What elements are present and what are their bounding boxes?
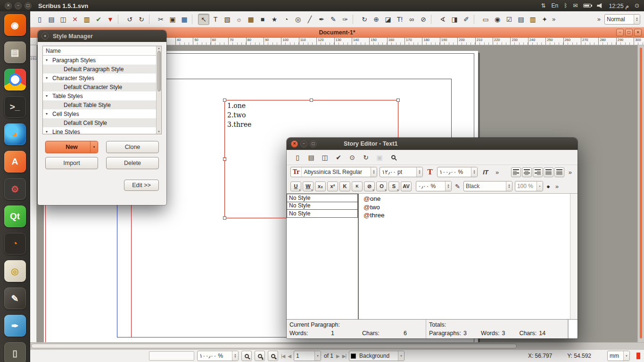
se-maximize-icon[interactable]: ▢	[310, 140, 317, 148]
stroke-color-spinner[interactable]: ▲▼	[506, 181, 512, 191]
insert-image-frame-icon[interactable]: ▧	[222, 14, 233, 25]
maximize-window-button[interactable]: ▢	[25, 2, 32, 9]
zoom-icon[interactable]: ⊕	[371, 14, 382, 25]
edit-contents-icon[interactable]: ◪	[382, 14, 394, 25]
launcher-media-player[interactable]: ◔	[4, 233, 26, 255]
toolbar-icon[interactable]	[192, 15, 196, 24]
kerning-spinner[interactable]: ▲▼	[445, 181, 451, 191]
open-document-icon[interactable]: ▤	[46, 14, 57, 25]
exit-without-update-icon[interactable]: ⊙	[347, 152, 357, 163]
align-left-button[interactable]	[511, 167, 521, 177]
eyedropper-icon[interactable]: ✐	[461, 14, 472, 25]
clock[interactable]: 12:25 م	[609, 2, 629, 9]
new-document-icon[interactable]: ▯	[34, 14, 45, 25]
align-force-justify-button[interactable]	[554, 167, 564, 177]
last-page-button[interactable]: ▶|	[342, 354, 346, 359]
underline-button[interactable]: U▾	[290, 181, 301, 191]
align-justify-button[interactable]	[544, 167, 553, 177]
expander-icon[interactable]: ▾	[46, 130, 48, 134]
doc-minimize-button[interactable]: −	[616, 29, 624, 36]
font-family-select[interactable]: Tr Abyssinica SIL Regular ▲▼	[290, 167, 377, 177]
copy-icon[interactable]: ▣	[374, 152, 385, 163]
effects-overflow-icon[interactable]: »	[553, 183, 561, 190]
vertical-scroll-thumb[interactable]	[640, 48, 642, 338]
edit-style-button[interactable]: Edit >>	[124, 180, 159, 191]
stroke-color-select[interactable]: Black ▲▼	[463, 181, 512, 191]
style-tree-item[interactable]: ▾Line Styles	[43, 127, 156, 134]
pdf-radio-button-icon[interactable]: ◉	[492, 14, 503, 25]
paragraph-style-column[interactable]: No StyleNo StyleNo Style	[287, 194, 359, 319]
story-text-area[interactable]: @one@two@three	[359, 194, 570, 319]
toolbar-icon[interactable]	[149, 15, 153, 24]
scroll-down-arrow[interactable]: ▼	[157, 130, 160, 134]
clear-editor-icon[interactable]: ▯	[292, 152, 303, 163]
keyboard-layout-indicator[interactable]: En	[551, 2, 558, 9]
launcher-ubuntu[interactable]: ◉	[4, 14, 26, 36]
style-tree-item[interactable]: ▾Default Character Style	[43, 82, 156, 91]
save-to-file-icon[interactable]: ◫	[320, 152, 330, 163]
page-spinner[interactable]: ▼	[314, 351, 321, 361]
insert-shape-icon[interactable]: ■	[257, 14, 268, 25]
launcher-system-tools[interactable]: ⚙	[4, 178, 26, 200]
align-overflow-icon[interactable]: »	[567, 169, 574, 176]
vertical-scrollbar[interactable]	[637, 45, 644, 342]
kerning-icon[interactable]: AV▾	[401, 181, 412, 191]
select-item-icon[interactable]: ↖	[198, 14, 209, 25]
doc-close-button[interactable]: ✕	[634, 29, 642, 36]
insert-render-frame-icon[interactable]: ☼	[233, 14, 245, 25]
launcher-files[interactable]: ▤	[4, 41, 26, 63]
session-menu-icon[interactable]: ⊙	[635, 2, 639, 9]
insert-arc-icon[interactable]: ◔	[281, 14, 292, 25]
vertical-ruler[interactable]: 0510152025303540455055606570758085909510…	[30, 45, 37, 342]
horizontal-scrollbar[interactable]	[30, 342, 644, 349]
format-overflow-icon[interactable]: »	[494, 169, 501, 176]
launcher-software-center[interactable]: A	[4, 151, 26, 173]
font-family-spinner[interactable]: ▲▼	[371, 167, 377, 177]
subscript-button[interactable]: x₂▾	[315, 181, 326, 191]
paragraph-style-cell[interactable]: No Style	[287, 194, 358, 202]
font-size-spinbox[interactable]: ١٢٫٠٠ pt ▲▼	[380, 167, 423, 177]
align-right-button[interactable]	[533, 167, 543, 177]
zoom-spinner[interactable]: ▲▼	[232, 351, 238, 361]
minimize-window-button[interactable]: −	[15, 2, 22, 9]
copy-properties-icon[interactable]: ◨	[449, 14, 460, 25]
shadow-button[interactable]: S▾	[388, 181, 399, 191]
insert-bezier-icon[interactable]: ✒	[316, 14, 327, 25]
insert-calligraphic-icon[interactable]: ✑	[339, 14, 351, 25]
underline-words-button[interactable]: W▾	[303, 181, 314, 191]
clone-style-button[interactable]: Clone	[106, 141, 159, 153]
export-pdf-icon[interactable]: ▼	[105, 14, 116, 25]
name-column-header[interactable]: Name	[43, 46, 156, 56]
superscript-button[interactable]: x²▾	[327, 181, 338, 191]
launcher-disks[interactable]: ◎	[4, 260, 26, 282]
toolbar-overflow-icon-2[interactable]: »	[595, 16, 603, 23]
launcher-terminal[interactable]: >_	[4, 96, 26, 118]
load-from-file-icon[interactable]: ▤	[306, 152, 316, 163]
paste-icon[interactable]: ▦	[179, 14, 190, 25]
delete-style-button[interactable]: Delete	[106, 157, 159, 169]
styles-scrollbar[interactable]: ▲ ▼	[156, 46, 161, 134]
rotate-item-icon[interactable]: ↻	[359, 14, 370, 25]
redo-icon[interactable]: ↻	[136, 14, 147, 25]
toolbar-icon[interactable]	[353, 15, 357, 24]
edit-text-icon[interactable]: T!	[394, 14, 405, 25]
ruler-origin-corner[interactable]	[30, 38, 37, 45]
scroll-thumb[interactable]	[157, 51, 161, 91]
close-window-button[interactable]: ✕	[5, 2, 12, 9]
story-editor-titlebar[interactable]: ✕ − ▢ Story Editor - Text1	[287, 138, 578, 150]
measurements-icon[interactable]: ∢	[437, 14, 448, 25]
layer-select[interactable]: Background ▼	[349, 351, 405, 361]
page-number-spinbox[interactable]: 1 ▼	[294, 351, 321, 361]
zoom-out-button[interactable]: −	[241, 351, 252, 361]
scaling-width-icon[interactable]: IT	[480, 169, 491, 176]
insert-spiral-icon[interactable]: ◎	[292, 14, 304, 25]
insert-table-icon[interactable]: ▦	[245, 14, 256, 25]
opacity-dropdown-icon[interactable]: ▾	[537, 181, 543, 191]
style-manager-titlebar[interactable]: ✕ Style Manager	[38, 30, 166, 42]
launcher-firefox[interactable]: ◕	[4, 123, 26, 145]
dialog-close-icon[interactable]: ✕	[41, 33, 49, 40]
launcher-qt-creator[interactable]: Qt	[4, 206, 26, 227]
pdf-list-box-icon[interactable]: ▥	[527, 14, 538, 25]
unit-dropdown-icon[interactable]: ▼	[623, 351, 629, 361]
paragraph-style-cell[interactable]: No Style	[287, 202, 358, 210]
